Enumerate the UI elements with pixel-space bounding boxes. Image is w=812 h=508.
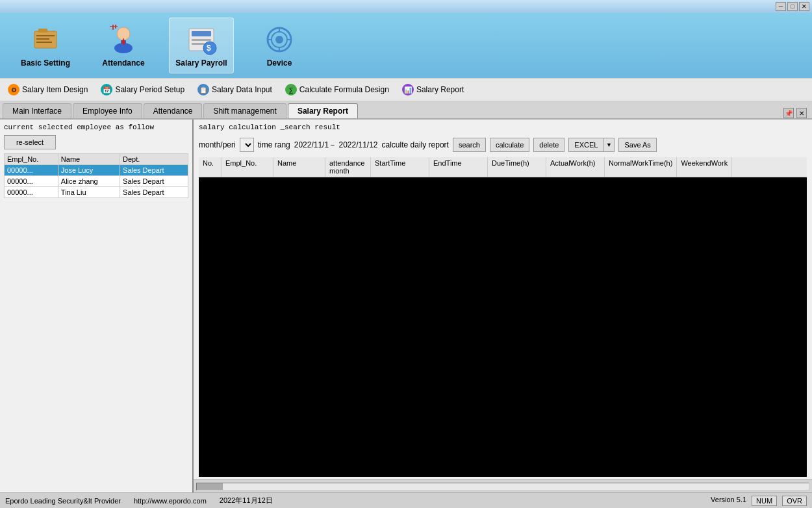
salary-period-setup-label: Salary Period Setup xyxy=(115,85,184,94)
title-bar: ─ □ ✕ xyxy=(0,0,812,13)
delete-button[interactable]: delete xyxy=(533,138,565,152)
tab-employee-info[interactable]: Employee Info xyxy=(73,103,142,118)
search-button[interactable]: search xyxy=(453,138,486,152)
salary-item-design-label: Salary Item Design xyxy=(22,85,88,94)
col-actual-work: ActualWork(h) xyxy=(546,157,605,177)
col-attendance-month: attendance month xyxy=(325,157,371,177)
main-content: current selected employee as follow re-s… xyxy=(0,120,812,492)
status-bar: Epordo Leading Security&It Provider http… xyxy=(0,492,812,508)
svg-rect-8 xyxy=(110,26,118,27)
toolbar-calculate-formula-design[interactable]: ∑ Calculate Formula Design xyxy=(280,82,394,97)
version-label: Version 5.1 xyxy=(711,496,746,506)
salary-period-setup-icon: 📅 xyxy=(101,84,112,95)
time-range-label: time rang xyxy=(258,140,290,149)
horizontal-scrollbar[interactable] xyxy=(196,483,809,490)
scrollbar-thumb[interactable] xyxy=(197,483,223,490)
salary-report-toolbar-icon: 📊 xyxy=(402,84,414,95)
grid-body[interactable] xyxy=(199,177,807,477)
excel-dropdown: EXCEL ▼ xyxy=(568,138,615,152)
website: http://www.epordo.com xyxy=(134,497,207,505)
reselect-button[interactable]: re-select xyxy=(4,135,56,149)
employee-table-row[interactable]: 00000...Alice zhangSales Depart xyxy=(5,176,188,187)
search-result-bar: salary calculation _search result xyxy=(194,120,812,135)
col-no: No. xyxy=(199,157,222,177)
col-empl-no: Empl_No. xyxy=(222,157,273,177)
status-right: Version 5.1 NUM OVR xyxy=(711,496,807,506)
col-empl-no: Empl_No. xyxy=(5,154,58,165)
icon-salary-payroll[interactable]: $ Salary Payroll xyxy=(169,18,234,73)
device-icon xyxy=(263,23,296,56)
salary-data-input-label: Salary Data Input xyxy=(212,85,272,94)
svg-rect-6 xyxy=(112,25,114,30)
search-result-label: salary calculation _search result xyxy=(199,123,340,131)
excel-dropdown-arrow[interactable]: ▼ xyxy=(603,138,615,152)
tab-main-interface[interactable]: Main Interface xyxy=(3,103,71,118)
col-weekend-work: WeekendWork xyxy=(677,157,732,177)
time-range-value: 2022/11/1－ 2022/11/12 xyxy=(294,140,378,151)
svg-rect-13 xyxy=(192,31,211,36)
minimize-button[interactable]: ─ xyxy=(776,2,786,11)
employee-table-row[interactable]: 00000...Jose LucySales Depart xyxy=(5,165,188,176)
tab-salary-report[interactable]: Salary Report xyxy=(288,103,358,118)
col-name: Name xyxy=(58,154,120,165)
data-grid-container: No. Empl_No. Name attendance month Start… xyxy=(199,157,807,477)
device-label: Device xyxy=(267,58,292,68)
daily-report-label: calculte daily report xyxy=(382,140,449,149)
month-period-label: month/peri xyxy=(199,140,236,149)
salary-payroll-label: Salary Payroll xyxy=(175,58,227,68)
svg-rect-14 xyxy=(192,39,211,41)
icon-attendance[interactable]: Attendance xyxy=(91,18,156,73)
col-normal-work-time: NormalWorkTime(h) xyxy=(605,157,677,177)
scrollbar-area xyxy=(194,479,812,492)
toolbar-salary-data-input[interactable]: 📋 Salary Data Input xyxy=(192,82,277,97)
save-as-button[interactable]: Save As xyxy=(618,138,656,152)
svg-rect-15 xyxy=(192,43,205,45)
attendance-label: Attendance xyxy=(102,58,144,68)
employee-table-row[interactable]: 00000...Tina LiuSales Depart xyxy=(5,187,188,198)
toolbar-salary-report[interactable]: 📊 Salary Report xyxy=(397,82,469,97)
toolbar-salary-period-setup[interactable]: 📅 Salary Period Setup xyxy=(95,82,190,97)
maximize-button[interactable]: □ xyxy=(787,2,798,11)
tab-pin-button[interactable]: 📌 xyxy=(783,108,794,118)
col-name: Name xyxy=(273,157,325,177)
icon-bar: Basic Setting Attendance xyxy=(0,13,812,78)
col-dept: Dept. xyxy=(120,154,188,165)
search-controls: month/peri time rang 2022/11/1－ 2022/11/… xyxy=(194,135,812,155)
svg-text:$: $ xyxy=(207,44,211,53)
svg-point-20 xyxy=(275,36,283,44)
toolbar-salary-item-design[interactable]: ⚙ Salary Item Design xyxy=(3,82,93,97)
col-due-time: DueTime(h) xyxy=(488,157,546,177)
col-start-time: StartTime xyxy=(371,157,429,177)
tab-close-area: 📌 ✕ xyxy=(783,108,809,118)
col-end-time: EndTime xyxy=(429,157,488,177)
month-period-select[interactable] xyxy=(240,138,254,152)
svg-rect-3 xyxy=(36,38,49,40)
salary-item-design-icon: ⚙ xyxy=(8,84,19,95)
icon-device[interactable]: Device xyxy=(247,18,312,73)
tab-bar: Main Interface Employee Info Attendance … xyxy=(0,101,812,120)
salary-payroll-icon: $ xyxy=(185,23,218,56)
tab-close-button[interactable]: ✕ xyxy=(796,108,807,118)
basic-setting-label: Basic Setting xyxy=(21,58,70,68)
left-panel: current selected employee as follow re-s… xyxy=(0,120,194,492)
excel-button[interactable]: EXCEL xyxy=(568,138,603,152)
salary-report-toolbar-label: Salary Report xyxy=(416,85,464,94)
calculate-formula-label: Calculate Formula Design xyxy=(299,85,389,94)
basic-setting-icon xyxy=(29,23,62,56)
right-panel: salary calculation _search result month/… xyxy=(194,120,812,492)
icon-basic-setting[interactable]: Basic Setting xyxy=(13,18,78,73)
left-panel-title: current selected employee as follow xyxy=(4,123,188,131)
data-grid-header: No. Empl_No. Name attendance month Start… xyxy=(199,157,807,177)
svg-rect-2 xyxy=(36,35,55,36)
calculate-button[interactable]: calculate xyxy=(490,138,529,152)
svg-rect-4 xyxy=(36,42,52,43)
close-button[interactable]: ✕ xyxy=(799,2,809,11)
tab-shift-management[interactable]: Shift management xyxy=(203,103,286,118)
attendance-icon xyxy=(107,23,140,56)
tab-attendance[interactable]: Attendance xyxy=(144,103,203,118)
ovr-badge: OVR xyxy=(782,496,807,506)
employee-table: Empl_No. Name Dept. 00000...Jose LucySal… xyxy=(4,153,188,198)
company-name: Epordo Leading Security&It Provider xyxy=(5,497,121,505)
toolbar: ⚙ Salary Item Design 📅 Salary Period Set… xyxy=(0,78,812,101)
num-badge: NUM xyxy=(752,496,777,506)
